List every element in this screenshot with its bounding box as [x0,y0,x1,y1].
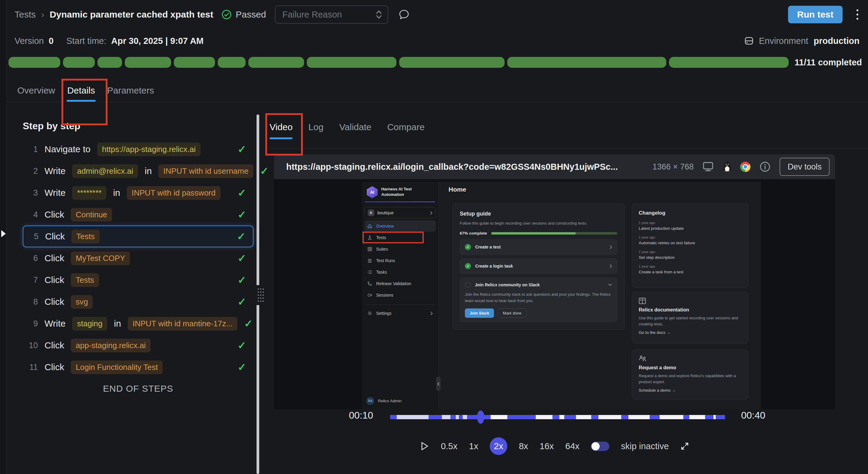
tab-parameters[interactable]: Parameters [107,85,154,102]
step-number: 11 [27,363,38,372]
changelog-entry: 1 year ago Create a task from a test [639,265,741,274]
step-selector-badge: Tests [71,273,99,287]
changelog-title: Changelog [639,210,741,216]
expand-sidebar-icon[interactable] [1,230,6,237]
step-action: Click [44,362,64,372]
playback-controls: 0.5x 1x 2x 8x 16x 64x skip inactive [274,435,835,457]
app-logo-icon: AI [366,186,378,198]
page-title: Dynamic parameter cached xpath test [50,9,213,20]
step-action: Click [44,340,64,350]
gear-icon [367,311,372,316]
activity-segment [429,415,442,419]
tab-log[interactable]: Log [308,121,323,139]
fullscreen-icon[interactable] [680,442,689,451]
chevron-right-icon [610,245,612,249]
step-row-5-selected[interactable]: 5 Click Tests ✓ [23,226,253,247]
step-row-8[interactable]: 8 Click svg ✓ [23,291,253,313]
failure-reason-placeholder: Failure Reason [282,10,376,20]
playhead[interactable] [477,410,484,424]
nav-item-sessions: Sessions [364,290,436,301]
viewer-tabs-divider [265,148,868,148]
step-success-icon: ✓ [238,296,247,308]
nav-item-release-validation: Release Validation [364,278,436,290]
documentation-title: Relicx documentation [639,307,741,313]
step-action: Write [44,188,65,198]
failure-reason-select[interactable]: Failure Reason [275,5,388,24]
activity-segment [683,415,689,419]
step-row-7[interactable]: 7 Click Tests ✓ [23,269,253,291]
progress-segment [669,57,788,68]
chevron-down-icon [608,283,612,286]
speed-64x[interactable]: 64x [565,441,580,451]
setup-item-create-login-task: ✓ Create a login task [460,259,617,274]
tabs-divider [7,102,868,102]
changelog-card: Changelog 1 year ago Latest production u… [632,203,748,288]
step-row-9[interactable]: 9 Write staging in INPUT with id mantine… [23,313,253,335]
activity-segment [716,415,725,419]
setup-guide-description: Follow this guide to begin recording use… [460,221,617,226]
step-row-4[interactable]: 4 Click Continue ✓ [23,204,253,226]
speed-0.5x[interactable]: 0.5x [441,441,458,451]
schedule-demo-link: Schedule a demo → [639,388,741,393]
step-success-icon: ✓ [237,230,246,242]
step-row-2[interactable]: 2 Write admin@relicx.ai in INPUT with id… [23,160,253,182]
step-row-11[interactable]: 11 Click Login Functionality Test ✓ [23,356,253,378]
test-run-screen: Tests › Dynamic parameter cached xpath t… [0,0,868,474]
tab-overview[interactable]: Overview [17,85,55,102]
info-icon[interactable] [759,161,771,173]
speed-16x[interactable]: 16x [540,441,554,451]
step-conjunction: in [145,166,152,176]
replay-url: https://app-staging.relicx.ai/login_call… [286,162,618,172]
speed-1x[interactable]: 1x [469,441,478,451]
step-action: Click [44,275,64,285]
step-row-1[interactable]: 1 Navigate to https://app-staging.relicx… [23,138,253,160]
changelog-text: Automatic retries on test failure [639,241,741,245]
dev-tools-button[interactable]: Dev tools [780,158,830,176]
environment-label: Environment [759,36,808,46]
chevron-left-icon [437,382,439,385]
more-options-icon[interactable] [855,7,860,22]
passed-check-icon [221,9,232,20]
progress-segment [218,57,246,68]
project-initial-badge: B [368,209,374,216]
step-success-icon: ✓ [260,165,269,177]
step-row-10[interactable]: 10 Click app-staging.relicx.ai ✓ [23,335,253,356]
comment-icon[interactable] [398,8,410,21]
setup-item-join-slack: Join Relicx community on Slack Join the … [460,277,617,322]
tab-validate[interactable]: Validate [339,121,371,139]
step-number: 4 [27,210,38,219]
step-selector-badge: Tests [71,230,100,243]
changelog-age: 1 year ago [639,221,741,225]
step-row-6[interactable]: 6 Click MyTest COPY ✓ [23,247,253,269]
skip-inactive-toggle[interactable] [591,442,609,451]
step-action: Navigate to [44,144,91,155]
monitor-icon [702,161,714,172]
run-test-button[interactable]: Run test [788,6,842,23]
speed-8x[interactable]: 8x [519,441,528,451]
annotation-box-tests-nav [363,232,424,243]
progress-segment [125,57,171,68]
progress-segment [307,57,397,68]
activity-segment [705,415,714,419]
step-row-3[interactable]: 3 Write ******** in INPUT with id passwo… [23,182,253,204]
nav-label: Tasks [376,270,387,274]
app-brand-line2: Automation [381,192,412,197]
play-icon[interactable] [420,441,430,451]
chrome-icon [740,162,750,172]
panel-resize-handle[interactable] [256,285,266,305]
tab-compare[interactable]: Compare [387,121,424,139]
app-page-title: Home [448,186,466,193]
nav-item-overview: Overview [364,221,436,232]
columns-icon [367,258,372,263]
timeline-track[interactable] [390,415,725,419]
setup-item-label: Create a test [475,244,501,249]
step-number: 2 [27,167,38,176]
step-selector-badge: INPUT with id password [127,186,220,200]
breadcrumb[interactable]: Tests [14,9,36,20]
step-number: 5 [28,232,38,241]
step-success-icon: ✓ [238,143,247,155]
changelog-age: 1 year ago [639,265,741,268]
documentation-description: Use this guide to get started recording … [639,315,741,327]
speed-2x-active[interactable]: 2x [490,437,507,455]
home-icon [367,224,372,229]
